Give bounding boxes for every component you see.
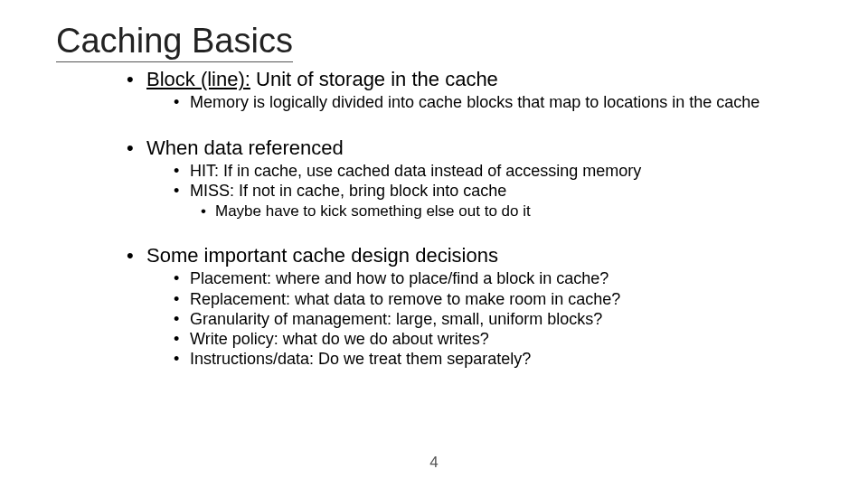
bullet-block-line-rest: Unit of storage in the cache <box>250 68 498 90</box>
bullet-block-line: Block (line): Unit of storage in the cac… <box>127 68 832 133</box>
bullet-when-referenced: When data referenced HIT: If in cache, u… <box>127 136 832 240</box>
bullet-block-line-underline: Block (line): <box>146 68 250 90</box>
bullet-list: Block (line): Unit of storage in the cac… <box>127 68 832 377</box>
sub-item: Placement: where and how to place/find a… <box>174 269 832 288</box>
sub-item: HIT: If in cache, use cached data instea… <box>174 162 832 181</box>
sub-item: Write policy: what do we do about writes… <box>174 330 832 349</box>
subsub-list: Maybe have to kick something else out to… <box>174 202 832 221</box>
slide: Caching Basics Block (line): Unit of sto… <box>0 0 868 488</box>
sub-item: MISS: If not in cache, bring block into … <box>174 182 832 201</box>
subsub-item: Maybe have to kick something else out to… <box>201 202 832 221</box>
bullet-design-decisions: Some important cache design decisions Pl… <box>127 244 832 370</box>
spacer <box>146 228 832 240</box>
bullet-design-decisions-label: Some important cache design decisions <box>146 244 498 267</box>
slide-title: Caching Basics <box>56 23 293 62</box>
sub-list-when: HIT: If in cache, use cached data instea… <box>146 162 832 221</box>
page-number: 4 <box>0 454 868 472</box>
sub-item: Memory is logically divided into cache b… <box>174 93 832 112</box>
bullet-when-referenced-label: When data referenced <box>146 136 344 159</box>
sub-list-block: Memory is logically divided into cache b… <box>146 93 832 112</box>
sub-item: Replacement: what data to remove to make… <box>174 290 832 309</box>
sub-list-design: Placement: where and how to place/find a… <box>146 269 832 369</box>
sub-item: Instructions/data: Do we treat them sepa… <box>174 350 832 369</box>
sub-item: Granularity of management: large, small,… <box>174 310 832 329</box>
spacer <box>146 120 832 133</box>
